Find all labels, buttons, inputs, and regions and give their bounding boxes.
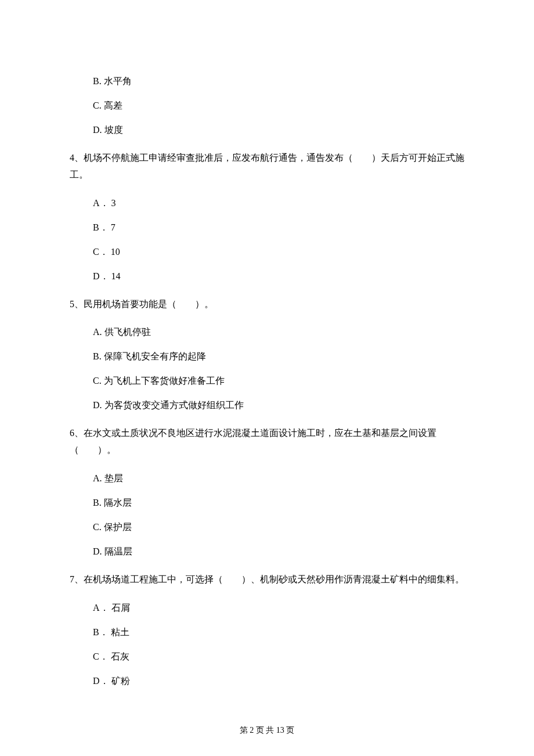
option-label: D. [93, 546, 102, 556]
option-label: B． [93, 627, 109, 637]
option-row: A. 供飞机停驻 [70, 325, 464, 339]
option-text: 粘土 [111, 627, 129, 637]
page-footer: 第 2 页 共 13 页 [0, 725, 534, 736]
question-7: 7、在机场场道工程施工中，可选择（ ）、机制砂或天然砂用作沥青混凝土矿料中的细集… [70, 571, 464, 588]
option-text: 为客货改变交通方式做好组织工作 [104, 400, 244, 410]
option-text: 石屑 [111, 603, 130, 613]
option-row: C. 为飞机上下客货做好准备工作 [70, 374, 464, 388]
option-row: D． 矿粉 [70, 674, 464, 688]
option-text: 3 [111, 198, 116, 208]
option-text: 14 [111, 271, 121, 281]
option-label: B. [93, 76, 102, 86]
option-label: D. [93, 400, 102, 410]
option-row: D. 隔温层 [70, 545, 464, 559]
option-text: 水平角 [104, 76, 132, 86]
option-label: A． [93, 198, 109, 208]
option-label: B. [93, 351, 102, 361]
option-text: 10 [111, 247, 120, 257]
option-label: A． [93, 603, 109, 613]
option-text: 隔温层 [104, 546, 132, 556]
option-label: D. [93, 125, 102, 135]
option-label: A. [93, 327, 102, 337]
question-6: 6、在水文或土质状况不良地区进行水泥混凝土道面设计施工时，应在土基和基层之间设置… [70, 425, 464, 459]
option-row: A. 垫层 [70, 471, 464, 485]
option-row: B. 隔水层 [70, 496, 464, 510]
option-label: B． [93, 222, 109, 232]
option-text: 隔水层 [104, 498, 132, 507]
option-label: A. [93, 473, 102, 483]
option-row: B. 保障飞机安全有序的起降 [70, 350, 464, 363]
option-row: C. 保护层 [70, 520, 464, 534]
option-label: C. [93, 100, 102, 110]
option-label: C. [93, 522, 102, 532]
option-row: B. 水平角 [70, 74, 464, 88]
question-4: 4、机场不停航施工申请经审查批准后，应发布航行通告，通告发布（ ）天后方可开始正… [70, 150, 464, 183]
option-text: 供飞机停驻 [104, 327, 151, 337]
option-text: 石灰 [111, 651, 129, 661]
option-label: C. [93, 376, 102, 386]
option-row: D. 坡度 [70, 123, 464, 137]
option-row: A． 石屑 [70, 601, 464, 615]
option-label: C． [93, 247, 109, 257]
option-text: 保障飞机安全有序的起降 [104, 351, 206, 361]
option-text: 坡度 [104, 125, 123, 135]
option-row: B． 7 [70, 221, 464, 235]
option-label: C． [93, 651, 109, 661]
option-text: 7 [111, 222, 116, 232]
option-row: C． 10 [70, 245, 464, 259]
option-text: 垫层 [104, 473, 123, 483]
option-text: 高差 [104, 100, 122, 110]
option-row: A． 3 [70, 196, 464, 210]
option-row: B． 粘土 [70, 625, 464, 639]
page-content: B. 水平角 C. 高差 D. 坡度 4、机场不停航施工申请经审查批准后，应发布… [0, 0, 534, 688]
option-label: D． [93, 271, 109, 281]
option-row: D． 14 [70, 269, 464, 283]
option-row: C． 石灰 [70, 650, 464, 664]
option-text: 保护层 [104, 522, 132, 532]
option-text: 为飞机上下客货做好准备工作 [104, 376, 225, 386]
option-row: C. 高差 [70, 99, 464, 113]
option-label: B. [93, 498, 102, 507]
option-text: 矿粉 [111, 676, 130, 686]
option-label: D． [93, 676, 109, 686]
option-row: D. 为客货改变交通方式做好组织工作 [70, 398, 464, 412]
question-5: 5、民用机场首要功能是（ ）。 [70, 296, 464, 313]
